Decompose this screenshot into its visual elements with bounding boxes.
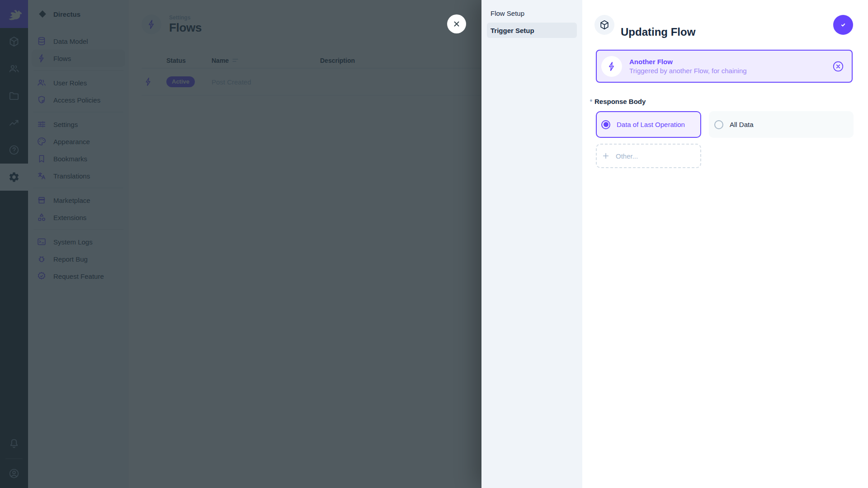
trigger-remove-button[interactable]: [832, 60, 844, 73]
option-data-of-last-operation[interactable]: Data of Last Operation: [596, 111, 701, 138]
drawer-nav-trigger-setup[interactable]: Trigger Setup: [487, 23, 577, 38]
trigger-card-subtitle: Triggered by another Flow, for chaining: [629, 67, 747, 75]
radio-unselected-icon[interactable]: [714, 120, 723, 129]
dim-overlay[interactable]: [0, 0, 481, 488]
option-label: Data of Last Operation: [617, 121, 685, 128]
required-dot-icon: [590, 99, 592, 102]
flow-drawer: Flow Setup Trigger Setup Updating Flow: [481, 0, 868, 488]
plus-icon: [601, 151, 610, 160]
directus-app: Directus Data Model Flows User Roles: [0, 0, 868, 488]
response-body-label: Response Body: [590, 98, 646, 105]
option-all-data[interactable]: All Data: [709, 111, 854, 138]
trigger-type-card[interactable]: Another Flow Triggered by another Flow, …: [596, 50, 853, 83]
bolt-icon: [606, 61, 617, 72]
drawer-close-button[interactable]: [447, 14, 466, 33]
trigger-card-icon: [601, 56, 622, 77]
other-placeholder: Other...: [616, 152, 638, 160]
radio-selected-icon[interactable]: [601, 120, 610, 129]
cancel-icon: [832, 60, 844, 73]
save-button[interactable]: [833, 15, 853, 35]
drawer-body: Updating Flow Another Flow Triggered by …: [582, 0, 868, 488]
trigger-card-title: Another Flow: [629, 58, 747, 66]
drawer-nav: Flow Setup Trigger Setup: [481, 0, 582, 488]
drawer-title: Updating Flow: [621, 26, 695, 38]
drawer-title-icon: [594, 15, 614, 35]
check-icon: [838, 20, 848, 30]
option-label: All Data: [730, 121, 754, 128]
other-option-input[interactable]: Other...: [596, 144, 701, 168]
cube-icon: [599, 19, 610, 30]
drawer-nav-flow-setup[interactable]: Flow Setup: [487, 5, 577, 21]
close-icon: [451, 19, 462, 29]
field-label-text: Response Body: [594, 98, 646, 105]
